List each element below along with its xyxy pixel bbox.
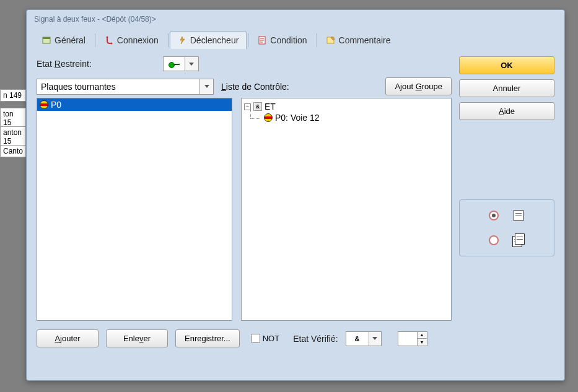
verified-state-label: Etat Vérifié: (293, 334, 338, 344)
tab-connexion[interactable]: Connexion (97, 31, 167, 49)
chevron-down-icon[interactable] (200, 79, 214, 95)
tab-label: Déclencheur (190, 35, 239, 45)
tab-label: Commentaire (339, 35, 391, 45)
comment-icon (326, 36, 335, 45)
add-button[interactable]: Ajouter (37, 329, 99, 347)
tab-separator (248, 33, 248, 47)
bg-item: ton 15 (0, 108, 26, 129)
apply-mode-panel (459, 199, 554, 256)
bg-item: n 149 (0, 89, 26, 102)
category-input[interactable] (37, 79, 200, 95)
tab-condition[interactable]: Condition (250, 31, 315, 49)
available-items-list[interactable]: P0 (37, 98, 232, 321)
spinner-up-icon[interactable]: ▲ (418, 331, 427, 339)
tab-bar: Général Connexion Déclencheur Condition (27, 26, 564, 49)
green-signal-icon (169, 61, 180, 67)
multi-page-icon (512, 233, 525, 247)
save-button[interactable]: Enregistrer... (175, 329, 240, 347)
tab-label: Condition (270, 35, 307, 45)
help-button[interactable]: Aide (459, 102, 554, 120)
spinner-down-icon[interactable]: ▼ (418, 338, 427, 346)
dialog-title: Signal à deux feux - <Dépôt (04/58)> (27, 10, 564, 26)
trigger-icon (178, 36, 186, 45)
chevron-down-icon[interactable] (369, 331, 382, 346)
list-item[interactable]: P0 (37, 98, 232, 111)
svg-rect-1 (43, 37, 50, 39)
restricted-state-label: Etat Restreint: (37, 59, 92, 69)
tab-separator (317, 33, 317, 47)
chevron-down-icon[interactable] (185, 56, 199, 71)
general-icon (42, 36, 51, 45)
single-page-icon (512, 209, 525, 222)
not-checkbox[interactable]: NOT (251, 334, 279, 343)
apply-single-radio[interactable] (489, 211, 499, 220)
control-list-tree[interactable]: − & ET P0: Voie 12 (241, 98, 452, 321)
and-operator-icon: & (253, 102, 262, 111)
tree-child[interactable]: P0: Voie 12 (244, 112, 449, 123)
connection-icon (105, 36, 113, 45)
tab-label: Connexion (117, 35, 159, 45)
tab-separator (168, 33, 169, 47)
apply-multi-radio[interactable] (489, 235, 499, 245)
signal-properties-dialog: Signal à deux feux - <Dépôt (04/58)> Gén… (26, 9, 565, 381)
tab-general[interactable]: Général (34, 31, 94, 49)
not-checkbox-input[interactable] (251, 334, 260, 343)
turntable-icon (40, 100, 48, 109)
restricted-state-select[interactable] (163, 56, 199, 71)
verified-state-select[interactable]: & (346, 331, 382, 346)
bg-item: anton 15 (0, 126, 26, 147)
state-display (163, 56, 185, 71)
cancel-button[interactable]: Annuler (459, 79, 554, 97)
tree-root-label: ET (265, 102, 276, 111)
condition-icon (258, 36, 266, 45)
verified-display: & (346, 331, 369, 346)
tab-separator (95, 33, 95, 47)
control-list-label: Liste de Contrôle: (220, 82, 379, 92)
svg-point-2 (106, 37, 108, 38)
value-spinner[interactable]: ▲ ▼ (398, 331, 427, 346)
bg-item: Canto (0, 145, 26, 157)
tab-declencheur[interactable]: Déclencheur (170, 31, 247, 49)
category-combo[interactable] (37, 79, 214, 95)
not-label: NOT (263, 334, 279, 343)
tab-label: Général (55, 35, 85, 45)
ok-button[interactable]: OK (459, 56, 554, 74)
remove-button[interactable]: Enlever (106, 329, 168, 347)
add-group-button[interactable]: Ajout Groupe (385, 77, 452, 95)
tab-commentaire[interactable]: Commentaire (318, 31, 399, 49)
svg-point-3 (110, 43, 112, 45)
tree-child-label: P0: Voie 12 (275, 113, 320, 123)
turntable-icon (264, 113, 273, 122)
list-item-label: P0 (51, 100, 61, 110)
spinner-input[interactable] (398, 331, 418, 346)
tree-root[interactable]: − & ET (244, 101, 449, 112)
